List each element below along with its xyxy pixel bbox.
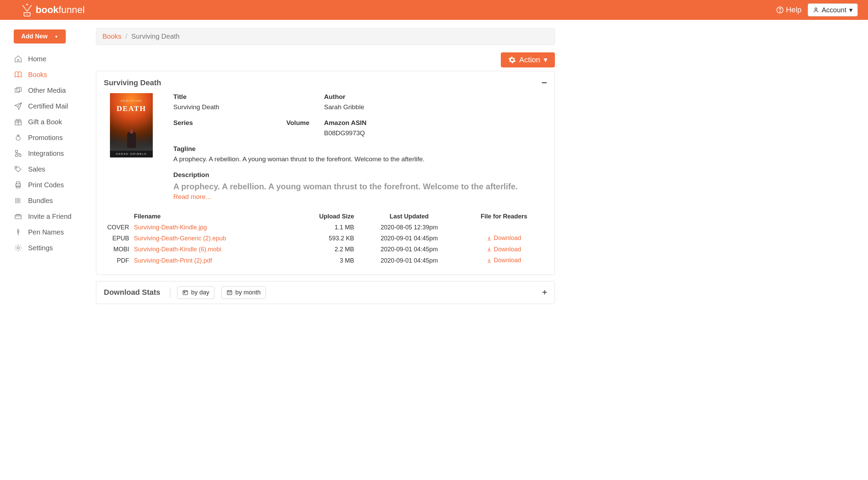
file-type: MOBI <box>104 244 131 255</box>
value-author: Sarah Gribble <box>324 103 547 111</box>
action-menu-button[interactable]: Action ▾ <box>501 52 555 67</box>
svg-point-2 <box>780 12 780 12</box>
sidebar-item-certified-mail[interactable]: Certified Mail <box>14 98 96 114</box>
sidebar-item-label: Books <box>28 71 47 79</box>
file-type: PDF <box>104 255 131 266</box>
sidebar-item-books[interactable]: Books <box>14 67 96 83</box>
caret-down-icon: ▼ <box>54 35 58 39</box>
sidebar-item-other-media[interactable]: Other Media <box>14 83 96 98</box>
gift-icon <box>14 117 23 126</box>
col-file-for-readers: File for Readers <box>461 211 547 222</box>
help-icon <box>776 6 784 14</box>
gear-icon <box>508 56 516 64</box>
sidebar-item-label: Promotions <box>28 134 63 142</box>
invite-icon <box>14 212 23 221</box>
sidebar-item-label: Print Codes <box>28 181 64 189</box>
label-asin: Amazon ASIN <box>324 119 547 127</box>
breadcrumb-separator: / <box>125 33 127 40</box>
svg-point-7 <box>16 136 20 140</box>
sidebar-item-label: Certified Mail <box>28 102 68 110</box>
stats-by-day-button[interactable]: by day <box>177 286 214 299</box>
sidebar-item-print-codes[interactable]: Print Codes <box>14 177 96 193</box>
help-link[interactable]: Help <box>776 5 801 14</box>
file-updated: 2020-09-01 04:45pm <box>358 233 461 244</box>
add-new-button[interactable]: Add New ▼ <box>14 29 66 43</box>
media-icon <box>14 86 23 95</box>
svg-rect-5 <box>17 87 21 91</box>
sidebar-item-promotions[interactable]: Promotions <box>14 130 96 146</box>
file-name-link[interactable]: Surviving-Death-Kindle (6).mobi <box>134 246 221 253</box>
stats-by-month-button[interactable]: by month <box>221 286 266 299</box>
sidebar-item-sales[interactable]: Sales <box>14 161 96 177</box>
sidebar-item-label: Home <box>28 55 46 63</box>
read-more-link[interactable]: Read more... <box>173 193 211 201</box>
sidebar-item-gift-a-book[interactable]: Gift a Book <box>14 114 96 130</box>
breadcrumb-root-link[interactable]: Books <box>102 33 122 40</box>
value-title: Surviving Death <box>173 103 286 111</box>
file-row: MOBISurviving-Death-Kindle (6).mobi2.2 M… <box>104 244 547 255</box>
print-icon <box>14 180 23 189</box>
sales-icon <box>14 165 23 174</box>
svg-rect-8 <box>15 150 17 152</box>
svg-rect-9 <box>15 154 17 156</box>
col-last-updated: Last Updated <box>358 211 461 222</box>
home-icon <box>14 54 23 63</box>
sidebar-item-settings[interactable]: Settings <box>14 240 96 256</box>
file-updated: 2020-08-05 12:39pm <box>358 222 461 233</box>
book-panel: Surviving Death − SURVIVING DEATH SARAH … <box>96 71 555 275</box>
sidebar-item-label: Gift a Book <box>28 118 62 126</box>
calendar-month-icon <box>226 289 233 295</box>
label-series: Series <box>173 119 286 127</box>
account-menu-button[interactable]: Account ▾ <box>808 3 858 16</box>
sidebar-item-pen-names[interactable]: Pen Names <box>14 224 96 240</box>
label-author: Author <box>324 93 547 101</box>
download-link[interactable]: Download <box>487 246 521 253</box>
svg-rect-13 <box>16 182 20 184</box>
svg-point-0 <box>27 14 27 15</box>
sidebar-item-label: Other Media <box>28 87 66 94</box>
collapse-icon[interactable]: − <box>542 77 547 88</box>
sidebar-item-invite-a-friend[interactable]: Invite a Friend <box>14 209 96 224</box>
settings-icon <box>14 243 23 252</box>
download-icon <box>487 236 492 241</box>
breadcrumb-current: Surviving Death <box>131 33 179 40</box>
stats-title: Download Stats <box>104 288 160 297</box>
svg-rect-18 <box>183 291 188 295</box>
sidebar-item-label: Integrations <box>28 150 64 157</box>
sidebar-item-label: Bundles <box>28 197 53 205</box>
file-name-link[interactable]: Surviving-Death-Kindle.jpg <box>134 224 207 231</box>
label-tagline: Tagline <box>173 145 547 153</box>
sidebar-item-label: Settings <box>28 244 53 252</box>
file-size: 1.1 MB <box>290 222 358 233</box>
sidebar-item-label: Pen Names <box>28 228 64 236</box>
book-cover[interactable]: SURVIVING DEATH SARAH GRIBBLE <box>110 93 153 157</box>
file-size: 2.2 MB <box>290 244 358 255</box>
sidebar-item-integrations[interactable]: Integrations <box>14 146 96 161</box>
file-name-link[interactable]: Surviving-Death-Print (2).pdf <box>134 257 212 264</box>
svg-rect-14 <box>16 186 20 188</box>
file-type: EPUB <box>104 233 131 244</box>
file-name-link[interactable]: Surviving-Death-Generic (2).epub <box>134 235 226 242</box>
expand-icon[interactable]: + <box>542 288 547 297</box>
calendar-day-icon <box>182 289 188 295</box>
file-size: 3 MB <box>290 255 358 266</box>
col-upload-size: Upload Size <box>290 211 358 222</box>
description-preview: A prophecy. A rebellion. A young woman t… <box>173 181 547 192</box>
svg-rect-19 <box>184 292 185 293</box>
sidebar-item-label: Invite a Friend <box>28 213 72 220</box>
sidebar-item-bundles[interactable]: Bundles <box>14 193 96 209</box>
download-icon <box>487 258 492 263</box>
brand-logo[interactable]: bookfunnel <box>21 3 85 17</box>
file-updated: 2020-09-01 04:45pm <box>358 244 461 255</box>
file-row: COVERSurviving-Death-Kindle.jpg1.1 MB202… <box>104 222 547 233</box>
download-stats-panel: Download Stats by day by month + <box>96 281 555 304</box>
sidebar: Add New ▼ HomeBooksOther MediaCertified … <box>0 20 96 311</box>
file-row: EPUBSurviving-Death-Generic (2).epub593.… <box>104 233 547 244</box>
download-link[interactable]: Download <box>487 257 521 264</box>
download-link[interactable]: Download <box>487 235 521 242</box>
file-row: PDFSurviving-Death-Print (2).pdf3 MB2020… <box>104 255 547 266</box>
sidebar-nav: HomeBooksOther MediaCertified MailGift a… <box>14 51 96 256</box>
pen-icon <box>14 228 23 237</box>
label-volume: Volume <box>286 119 324 127</box>
sidebar-item-home[interactable]: Home <box>14 51 96 67</box>
